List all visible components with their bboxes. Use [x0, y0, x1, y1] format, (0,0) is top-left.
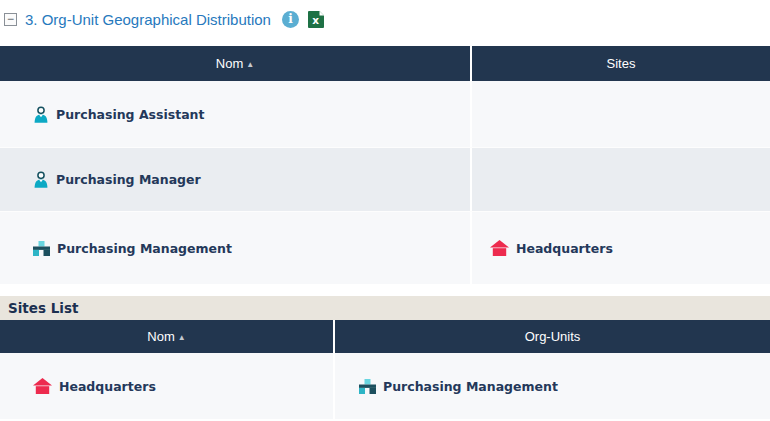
org-unit-table: Nom ▲ Sites Purchasing Assistant: [0, 46, 770, 284]
site-name: Headquarters: [516, 241, 613, 256]
table-row: Headquarters Purchasing Management: [0, 353, 770, 419]
column-header-sites[interactable]: Sites: [472, 46, 770, 81]
table-row: Purchasing Management Headquarters: [0, 212, 770, 284]
sites-list-table: Nom ▲ Org-Units Headquarters: [0, 320, 770, 419]
report-section-header: − 3. Org-Unit Geographical Distribution …: [0, 0, 770, 46]
person-icon: [33, 171, 49, 188]
org-unit-name: Purchasing Management: [57, 241, 232, 256]
column-header-org-units-label: Org-Units: [525, 329, 581, 344]
column-header-nom-label: Nom: [147, 329, 174, 344]
org-unit-name: Purchasing Management: [383, 379, 558, 394]
column-header-nom[interactable]: Nom ▲: [0, 320, 335, 353]
sites-cell: [472, 81, 770, 147]
table-row: Purchasing Assistant: [0, 81, 770, 147]
table-row: Purchasing Manager: [0, 147, 770, 212]
site-name: Headquarters: [59, 379, 156, 394]
sites-list-section-title: Sites List: [0, 296, 770, 320]
org-unit-icon: [359, 379, 376, 394]
column-header-sites-label: Sites: [607, 56, 636, 71]
org-unit-name-cell: Purchasing Manager: [0, 148, 472, 211]
column-header-nom[interactable]: Nom ▲: [0, 46, 472, 81]
sites-cell: [472, 148, 770, 211]
svg-text:x: x: [312, 14, 319, 26]
column-header-nom-label: Nom: [216, 56, 243, 71]
excel-export-icon[interactable]: x: [308, 11, 325, 28]
column-header-org-units[interactable]: Org-Units: [335, 320, 770, 353]
site-house-icon: [490, 240, 509, 256]
site-name-cell: Headquarters: [0, 353, 335, 419]
org-unit-name-cell: Purchasing Management: [0, 212, 472, 284]
org-unit-icon: [33, 241, 50, 256]
org-unit-table-header: Nom ▲ Sites: [0, 46, 770, 81]
org-unit-name-cell: Purchasing Assistant: [0, 81, 472, 147]
org-units-cell: Purchasing Management: [335, 353, 770, 419]
section-gap: [0, 284, 770, 296]
sites-cell: Headquarters: [472, 212, 770, 284]
sort-asc-icon: ▲: [246, 60, 254, 69]
section-title: 3. Org-Unit Geographical Distribution: [25, 11, 271, 28]
sites-list-table-header: Nom ▲ Org-Units: [0, 320, 770, 353]
info-icon[interactable]: i: [282, 11, 299, 28]
person-icon: [33, 106, 49, 123]
org-unit-name: Purchasing Manager: [56, 172, 201, 187]
sort-asc-icon: ▲: [178, 333, 186, 342]
org-unit-name: Purchasing Assistant: [56, 107, 204, 122]
site-house-icon: [33, 378, 52, 394]
collapse-icon[interactable]: −: [4, 13, 17, 26]
